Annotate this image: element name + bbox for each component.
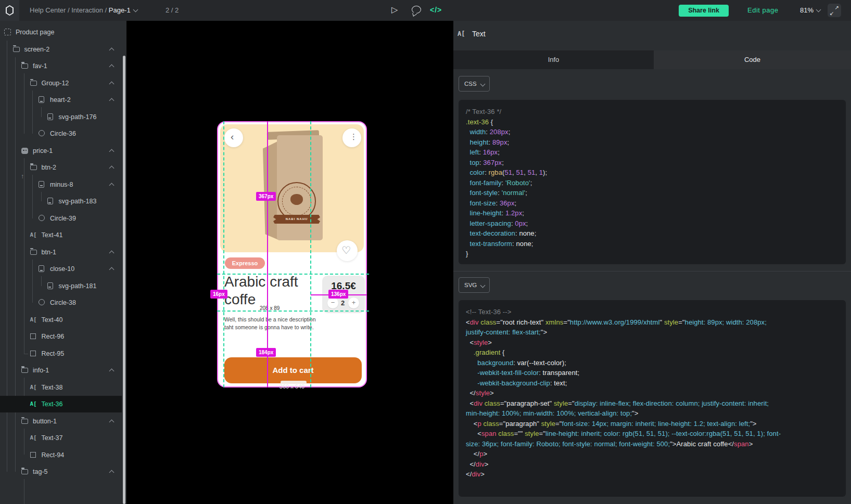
fullscreen-button[interactable]: ↗ ↙ <box>828 4 841 17</box>
folder-icon <box>21 367 29 374</box>
code-line: -webkit-text-fill-color: transparent; <box>466 369 846 379</box>
chevron-down-icon <box>133 7 138 12</box>
layer-label: Rect-96 <box>42 333 65 340</box>
layer-row-text-40[interactable]: A[Text-40 <box>0 312 122 328</box>
quantity-minus-button[interactable]: − <box>327 298 338 308</box>
chevron-up-icon[interactable] <box>109 149 115 154</box>
layer-row-text-41[interactable]: A[Text-41 <box>0 227 122 243</box>
layer-row-svg-path-183[interactable]: svg-path-183 <box>0 193 122 210</box>
play-icon[interactable]: ▷ <box>391 5 398 15</box>
layer-row-rect-94[interactable]: Rect-94 <box>0 447 122 463</box>
circle-icon <box>39 130 46 137</box>
folder-icon <box>21 418 29 425</box>
layer-row-fav-1[interactable]: fav-1 <box>0 58 122 74</box>
layer-row-rect-96[interactable]: Rect-96 <box>0 328 122 345</box>
layer-label: close-10 <box>50 265 74 273</box>
layer-label: Text-38 <box>42 384 63 391</box>
frame-icon <box>4 29 11 36</box>
code-mode-icon[interactable]: </> <box>430 6 442 14</box>
layer-row-close-10[interactable]: close-10 <box>0 261 122 277</box>
more-menu-button[interactable]: ⋮ <box>342 128 361 147</box>
layer-row-text-38[interactable]: A[Text-38 <box>0 379 122 396</box>
layer-row-svg-path-176[interactable]: svg-path-176 <box>0 109 122 125</box>
css-code-block[interactable]: /* Text-36 */.text-36 { width: 208px; he… <box>459 100 846 264</box>
folder-icon <box>21 62 29 70</box>
chevron-up-icon[interactable] <box>109 369 115 374</box>
back-button[interactable]: ‹ <box>224 128 243 147</box>
layer-row-btn-2[interactable]: btn-2 <box>0 159 122 176</box>
favorite-button[interactable]: ♡ <box>337 240 358 261</box>
share-link-button[interactable]: Share link <box>679 5 729 17</box>
layer-label: minus-8 <box>50 181 73 188</box>
layer-row-tag-5[interactable]: tag-5 <box>0 463 122 480</box>
chevron-up-icon[interactable] <box>109 47 115 53</box>
chevron-up-icon[interactable] <box>109 250 115 255</box>
layer-row-circle-39[interactable]: Circle-39 <box>0 210 122 227</box>
chevron-up-icon[interactable] <box>109 98 115 104</box>
edit-page-link[interactable]: Edit page <box>747 0 778 21</box>
layer-label: Circle-36 <box>50 130 76 137</box>
product-title[interactable]: Arabic craftcoffe <box>224 273 313 308</box>
measure-label-bottom: 184px <box>256 348 276 357</box>
layer-row-group-12[interactable]: Group-12 <box>0 75 122 92</box>
layer-row-circle-36[interactable]: Circle-36 <box>0 125 122 142</box>
layer-row-circle-38[interactable]: Circle-38 <box>0 294 122 311</box>
code-line: </style> <box>466 389 846 399</box>
page-counter: 2 / 2 <box>166 0 179 21</box>
layer-label: button-1 <box>33 418 57 425</box>
folder-icon <box>30 164 37 171</box>
layer-row-product page[interactable]: Product page <box>0 24 122 41</box>
code-line: justify-content: flex-start;"> <box>466 328 846 339</box>
layer-row-minus-8[interactable]: minus-8 <box>0 176 122 193</box>
layer-row-btn-1[interactable]: btn-1 <box>0 244 122 261</box>
layer-row-info-1[interactable]: info-1 <box>0 362 122 379</box>
code-line: text-decoration: none; <box>466 229 846 240</box>
layer-label: info-1 <box>33 367 49 374</box>
layer-row-price-1[interactable]: price-1 <box>0 143 122 159</box>
add-to-cart-button[interactable]: Add to cart <box>224 357 362 383</box>
expand-icon: ↗ <box>835 5 839 10</box>
zoom-level-control[interactable]: 81% <box>800 0 820 21</box>
chevron-up-icon[interactable] <box>109 470 115 475</box>
chevron-up-icon[interactable] <box>109 183 115 188</box>
code-line: <div class="root rich-text" xmlns="http:… <box>466 318 846 329</box>
panel-title: Text <box>472 30 486 38</box>
layer-row-heart-2[interactable]: heart-2 <box>0 92 122 108</box>
product-tag[interactable]: Expresso <box>225 257 265 269</box>
layer-row-text-37[interactable]: A[Text-37 <box>0 430 122 446</box>
design-screen-frame[interactable]: NABI NAHU ‹ ⋮ ♡ Expresso Arabic craftcof… <box>217 121 367 387</box>
comment-icon[interactable] <box>412 6 421 14</box>
tab-info[interactable]: Info <box>453 50 654 69</box>
layer-row-button-1[interactable]: button-1 <box>0 413 122 430</box>
circle-icon <box>39 299 46 306</box>
svg-code-block[interactable]: <!-- Text-36 --><div class="root rich-te… <box>459 300 846 497</box>
file-icon <box>47 282 55 290</box>
chevron-up-icon[interactable] <box>109 419 115 424</box>
breadcrumb-current-page[interactable]: Page-1 <box>109 6 131 14</box>
breadcrumb[interactable]: Help Center / Interaction / Page-1 <box>30 0 137 21</box>
chevron-left-icon: ‹ <box>231 131 234 143</box>
tree-guide-line <box>24 479 24 504</box>
layer-row-screen-2[interactable]: screen-2 <box>0 41 122 58</box>
file-icon <box>39 181 46 188</box>
quantity-plus-button[interactable]: + <box>348 298 359 308</box>
svg-format-select[interactable]: SVG <box>459 277 490 293</box>
chevron-up-icon[interactable] <box>109 81 115 86</box>
chevron-up-icon[interactable] <box>109 267 115 273</box>
file-icon <box>39 96 46 104</box>
layer-label: Group-12 <box>42 80 69 87</box>
measure-label-left: 16px <box>210 290 227 299</box>
sidebar-scrollbar[interactable] <box>123 56 125 504</box>
app-logo[interactable] <box>0 0 19 21</box>
layer-label: Rect-95 <box>42 350 65 357</box>
tab-code[interactable]: Code <box>654 50 851 69</box>
chevron-up-icon[interactable] <box>109 64 115 70</box>
layers-sidebar: Product pagescreen-2fav-1Group-12heart-2… <box>0 21 126 504</box>
css-format-select[interactable]: CSS <box>459 76 490 92</box>
text-layer-icon: A[ <box>458 30 465 37</box>
layer-row-text-36[interactable]: A[Text-36 <box>0 396 122 412</box>
layer-row-svg-path-181[interactable]: svg-path-181 <box>0 278 122 294</box>
layer-row-rect-95[interactable]: Rect-95 <box>0 345 122 362</box>
chevron-up-icon[interactable] <box>109 166 115 171</box>
code-line: height: 89px; <box>466 138 846 149</box>
